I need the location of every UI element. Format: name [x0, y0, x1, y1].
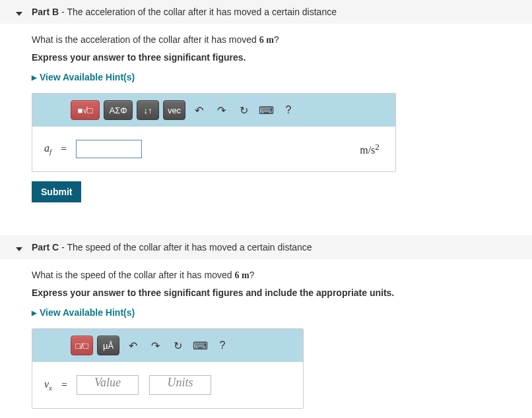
undo-button[interactable]: ↶	[123, 336, 142, 355]
undo-icon: ↶	[195, 104, 203, 117]
part-c-header: Part C - The speed of the collar after i…	[0, 235, 532, 259]
hints-label: View Available Hint(s)	[40, 72, 135, 82]
units-label: m/s2	[360, 142, 383, 156]
var-label: af	[44, 142, 51, 156]
part-b-answer-frame: ■√□ ΑΣΦ ↓↑ vec ↶ ↷ ↻ ⌨ ?	[32, 93, 396, 172]
equals-sign: =	[61, 379, 67, 391]
svg-marker-1	[16, 247, 22, 251]
var-label: vx	[44, 378, 52, 392]
template-button[interactable]: ■√□	[71, 100, 100, 120]
part-b-label: Part B	[32, 7, 59, 17]
question-val: 6 m	[259, 35, 274, 45]
help-button[interactable]: ?	[213, 336, 232, 355]
vector-button[interactable]: vec	[163, 100, 185, 120]
part-b-subtitle: - The acceleration of the collar after i…	[59, 7, 337, 17]
fraction-template-icon: □/□	[75, 341, 88, 351]
chevron-down-icon	[16, 11, 22, 17]
part-b-question: What is the acceleration of the collar a…	[32, 34, 521, 45]
question-pre: What is the acceleration of the collar a…	[32, 34, 259, 45]
svg-marker-0	[16, 12, 22, 16]
collapse-part-c[interactable]	[16, 244, 22, 254]
question-pre: What is the speed of the collar after it…	[32, 270, 234, 280]
chevron-right-icon: ▶	[32, 309, 37, 316]
part-b-instruct: Express your answer to three significant…	[32, 52, 521, 63]
sqrt-template-icon: ■√□	[78, 105, 93, 115]
hints-label: View Available Hint(s)	[40, 307, 135, 318]
keyboard-button[interactable]: ⌨	[257, 101, 275, 119]
redo-icon: ↷	[217, 104, 226, 117]
redo-button[interactable]: ↷	[212, 101, 230, 119]
part-c-toolbar: □/□ µÅ ↶ ↷ ↻ ⌨ ?	[32, 329, 303, 362]
reset-icon: ↻	[240, 104, 248, 117]
help-button[interactable]: ?	[279, 101, 298, 119]
keyboard-icon: ⌨	[193, 340, 208, 352]
question-post: ?	[274, 34, 279, 45]
question-post: ?	[249, 270, 255, 280]
keyboard-icon: ⌨	[259, 104, 274, 117]
part-c-answer-frame: □/□ µÅ ↶ ↷ ↻ ⌨ ? vx = Val	[32, 328, 304, 409]
part-c-label: Part C	[32, 242, 59, 253]
part-b-hints[interactable]: ▶ View Available Hint(s)	[32, 72, 521, 82]
chevron-down-icon	[16, 246, 22, 253]
part-c-instruct: Express your answer to three significant…	[32, 287, 521, 298]
reset-icon: ↻	[174, 340, 182, 352]
part-b-submit-button[interactable]: Submit	[32, 181, 81, 202]
part-c-question: What is the speed of the collar after it…	[32, 270, 521, 281]
chevron-right-icon: ▶	[32, 74, 37, 81]
part-c-hints[interactable]: ▶ View Available Hint(s)	[32, 307, 521, 318]
subsup-button[interactable]: ↓↑	[137, 100, 159, 120]
equals-sign: =	[61, 143, 67, 155]
reset-button[interactable]: ↻	[234, 101, 253, 119]
units-input[interactable]: Units	[149, 375, 211, 395]
reset-button[interactable]: ↻	[168, 336, 187, 355]
part-b-header: Part B - The acceleration of the collar …	[0, 0, 532, 24]
question-val: 6 m	[234, 270, 249, 280]
undo-button[interactable]: ↶	[189, 101, 208, 119]
part-b-toolbar: ■√□ ΑΣΦ ↓↑ vec ↶ ↷ ↻ ⌨ ?	[32, 94, 395, 127]
part-b-answer-input[interactable]	[76, 140, 142, 158]
value-input[interactable]: Value	[77, 375, 139, 395]
redo-icon: ↷	[151, 340, 160, 352]
undo-icon: ↶	[129, 340, 137, 352]
greek-button[interactable]: ΑΣΦ	[104, 100, 133, 120]
units-special-button[interactable]: µÅ	[97, 336, 119, 355]
collapse-part-b[interactable]	[16, 9, 22, 19]
template-button[interactable]: □/□	[71, 336, 93, 355]
keyboard-button[interactable]: ⌨	[191, 336, 209, 355]
part-c-subtitle: - The speed of the collar after it has m…	[59, 242, 312, 253]
redo-button[interactable]: ↷	[146, 336, 164, 355]
